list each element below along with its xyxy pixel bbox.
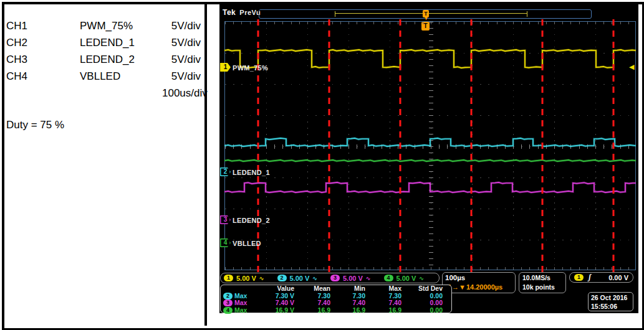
channel-3-scale-value: 5.00 V bbox=[343, 275, 363, 282]
channel-2-badge: 2 bbox=[223, 293, 233, 299]
measurement-table: ValueMeanMinMaxStd Dev2Max7.30 V7.307.30… bbox=[220, 285, 452, 313]
channel-readouts: 15.00 V∿25.00 V∿35.00 V∿45.00 V∿ bbox=[224, 275, 436, 282]
spec-ch: CH2 bbox=[6, 34, 80, 51]
spec-ch: CH4 bbox=[6, 68, 80, 85]
channel-1-badge: 1 bbox=[224, 275, 233, 281]
spec-ch bbox=[6, 85, 80, 101]
measurement-grid: ValueMeanMinMaxStd Dev2Max7.30 V7.307.30… bbox=[222, 285, 450, 314]
measurement-row-label: 3Max bbox=[222, 299, 254, 307]
channel-2-scale-readout[interactable]: 25.00 V∿ bbox=[277, 275, 330, 282]
meas-corner bbox=[222, 285, 254, 293]
channel-3-scale-readout[interactable]: 35.00 V∿ bbox=[330, 275, 383, 282]
noise-filter-icon: ∿ bbox=[312, 275, 317, 281]
spec-scale: 5V/div bbox=[162, 17, 201, 34]
graticule bbox=[224, 21, 636, 270]
noise-filter-icon: ∿ bbox=[366, 275, 371, 281]
trigger-slope-icon: ʃ bbox=[589, 273, 591, 282]
measurement-value: 0.00 bbox=[408, 293, 449, 300]
measurement-header: Min bbox=[337, 285, 372, 293]
channel-1-scale-value: 5.00 V bbox=[236, 275, 256, 282]
oscilloscope-screen: TekPreVu T ▼ T 1PWM_75%2LEDEND_13LEDEND_… bbox=[219, 4, 638, 313]
channel-3-badge: 3 bbox=[223, 299, 233, 306]
channel-2-badge: 2 bbox=[277, 275, 287, 281]
measurement-value: 16.9 bbox=[300, 307, 337, 314]
measurement-header: Max bbox=[372, 285, 408, 293]
acquisition-readout[interactable]: 10.0MS/s 10k points bbox=[519, 272, 566, 293]
measurement-name: Max bbox=[234, 299, 247, 307]
measurement-value: 7.40 bbox=[337, 299, 372, 307]
spec-row: 100us/div bbox=[6, 85, 201, 101]
sample-rate-readout: 10.0MS/s bbox=[522, 273, 562, 283]
noise-filter-icon: ∿ bbox=[419, 275, 424, 281]
acquisition-window bbox=[335, 13, 527, 16]
spec-row: CH3LEDEND_25V/div bbox=[6, 51, 201, 68]
spec-scale: 5V/div bbox=[162, 68, 201, 85]
tek-brand: Tek bbox=[223, 8, 236, 17]
measurement-value: 16.9 V bbox=[254, 307, 300, 314]
spec-name: PWM_75% bbox=[80, 17, 162, 34]
document-page: CH1PWM_75%5V/divCH2LEDEND_15V/divCH3LEDE… bbox=[0, 0, 644, 330]
center-vertical-axis bbox=[429, 22, 433, 270]
trigger-delay-value: 14.20000µs bbox=[466, 283, 502, 292]
measurement-name: Max bbox=[234, 307, 247, 314]
measurement-value: 0.00 bbox=[408, 307, 449, 314]
channel-spec-panel: CH1PWM_75%5V/divCH2LEDEND_15V/divCH3LEDE… bbox=[6, 17, 201, 131]
duty-text: Duty = 75 % bbox=[6, 119, 201, 131]
channel-4-badge: 4 bbox=[384, 275, 393, 281]
noise-filter-icon: ∿ bbox=[259, 275, 264, 281]
trigger-delay-prefix-icon: →▼ bbox=[452, 283, 466, 292]
trigger-position-arrow-icon: ▼ bbox=[423, 15, 429, 21]
acquisition-mode-label: PreVu bbox=[239, 9, 261, 16]
trigger-delay-readout: T→▼14.20000µs bbox=[445, 283, 512, 292]
spec-row: CH1PWM_75%5V/div bbox=[6, 17, 201, 34]
timebase-readout: 100µs bbox=[445, 273, 512, 283]
channel-4-scale-value: 5.00 V bbox=[396, 275, 416, 282]
spec-name: LEDEND_2 bbox=[80, 51, 162, 68]
measurement-value: 16.9 bbox=[337, 307, 372, 314]
spec-name: VBLLED bbox=[80, 68, 162, 85]
measurement-value: 7.40 bbox=[300, 299, 337, 307]
measurement-header: Value bbox=[254, 285, 300, 293]
spec-name: LEDEND_1 bbox=[80, 34, 162, 51]
channel-1-scale-readout[interactable]: 15.00 V∿ bbox=[224, 275, 276, 282]
time-text: 15:55:06 bbox=[591, 302, 630, 311]
channel-3-badge: 3 bbox=[330, 275, 340, 281]
channel-2-scale-value: 5.00 V bbox=[290, 275, 310, 282]
measurement-value: 7.40 bbox=[372, 299, 408, 307]
channel-3-label: LEDEND_2 bbox=[233, 216, 270, 225]
measurement-value: 0.00 bbox=[408, 299, 449, 307]
channel-4-scale-readout[interactable]: 45.00 V∿ bbox=[384, 275, 436, 282]
channel-readout-bar: 15.00 V∿25.00 V∿35.00 V∿45.00 V∿ bbox=[220, 273, 440, 283]
trigger-level-readout: 0.00 V bbox=[608, 274, 628, 281]
spec-row: CH4VBLLED5V/div bbox=[6, 68, 201, 85]
channel-4-badge: 4 bbox=[223, 307, 233, 314]
channel-1-label: PWM_75% bbox=[233, 64, 268, 72]
measurement-value: 7.40 V bbox=[254, 299, 300, 307]
channel-2-label: LEDEND_1 bbox=[233, 168, 270, 177]
measurement-header: Std Dev bbox=[408, 285, 449, 293]
spec-scale: 100us/div bbox=[162, 85, 208, 101]
trigger-readout[interactable]: 1 ʃ 0.00 V bbox=[569, 272, 633, 283]
measurement-row-label: 4Max bbox=[222, 307, 254, 314]
channel-spec-rows: CH1PWM_75%5V/divCH2LEDEND_15V/divCH3LEDE… bbox=[6, 17, 201, 101]
measurement-value: 16.9 bbox=[372, 307, 408, 314]
spec-name bbox=[80, 85, 162, 101]
spec-ch: CH3 bbox=[6, 51, 80, 68]
trigger-level-arrow-icon: ◀ bbox=[629, 64, 634, 70]
trigger-source-badge: 1 bbox=[574, 274, 584, 281]
measurement-header: Mean bbox=[300, 285, 337, 293]
datetime-box: 26 Oct 2016 15:55:06 bbox=[588, 292, 633, 311]
channel-4-label: VBLLED bbox=[233, 239, 261, 248]
spec-row: CH2LEDEND_15V/div bbox=[6, 34, 201, 51]
horizontal-readout[interactable]: 100µs T→▼14.20000µs bbox=[442, 272, 516, 293]
date-text: 26 Oct 2016 bbox=[591, 293, 630, 302]
record-length-readout: 10k points bbox=[522, 283, 562, 292]
spec-scale: 5V/div bbox=[162, 51, 201, 68]
tek-logo: TekPreVu bbox=[223, 8, 261, 17]
spec-scale: 5V/div bbox=[162, 34, 201, 51]
spec-ch: CH1 bbox=[6, 17, 80, 34]
panel-divider bbox=[204, 2, 207, 326]
